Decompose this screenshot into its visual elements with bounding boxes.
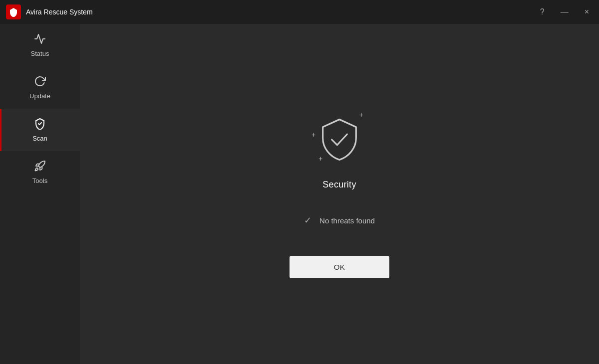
rocket-icon	[34, 160, 46, 174]
help-button[interactable]: ?	[536, 6, 549, 18]
security-icon-container: + + +	[309, 110, 369, 170]
ok-button[interactable]: OK	[290, 256, 389, 278]
sidebar-item-tools[interactable]: Tools	[0, 151, 80, 193]
app-title: Avira Rescue System	[26, 8, 536, 16]
close-button[interactable]: ×	[581, 6, 593, 18]
sidebar-item-scan[interactable]: Scan	[0, 109, 80, 151]
status-row: ✓ No threats found	[304, 215, 375, 226]
content-area: + + + Security ✓ No threats found OK	[80, 24, 599, 364]
window-controls: ? — ×	[536, 6, 593, 18]
sidebar-item-scan-label: Scan	[32, 135, 47, 142]
sidebar-item-update-label: Update	[29, 92, 50, 100]
security-shield-icon	[317, 117, 362, 162]
activity-icon	[34, 33, 46, 47]
sidebar-item-status[interactable]: Status	[0, 24, 80, 66]
checkmark-icon: ✓	[304, 215, 311, 226]
main-layout: Status Update Scan	[0, 24, 599, 364]
minimize-button[interactable]: —	[557, 6, 573, 18]
sidebar-item-tools-label: Tools	[32, 177, 47, 184]
sidebar: Status Update Scan	[0, 24, 80, 364]
security-label: Security	[322, 180, 356, 190]
shield-check-icon	[34, 118, 46, 132]
status-text: No threats found	[319, 216, 375, 225]
title-bar: Avira Rescue System ? — ×	[0, 0, 599, 24]
sidebar-item-update[interactable]: Update	[0, 66, 80, 109]
sidebar-item-status-label: Status	[31, 50, 49, 57]
sparkle-2: +	[311, 131, 315, 139]
refresh-icon	[34, 75, 46, 89]
app-logo	[6, 4, 21, 19]
